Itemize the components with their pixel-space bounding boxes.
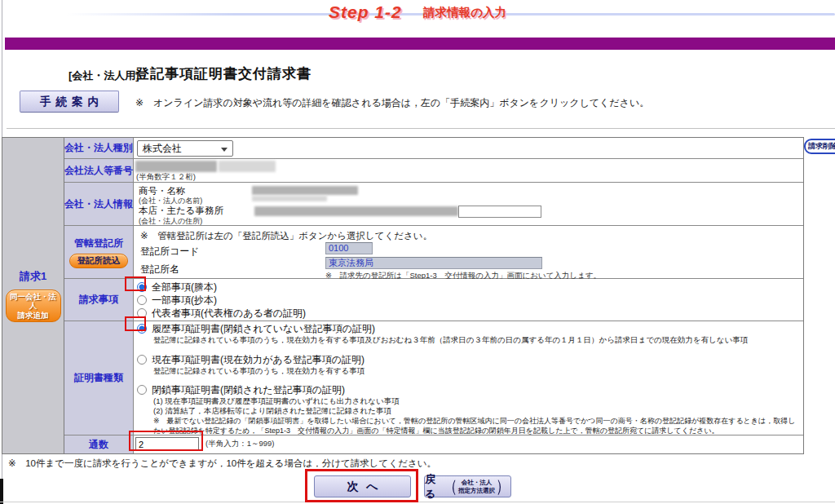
- procedure-guide-button[interactable]: 手続案内: [20, 91, 119, 113]
- registry-name-field[interactable]: 東京法務局: [325, 257, 542, 269]
- request-panel: 請求1 同一会社・法人 請求追加: [2, 138, 64, 453]
- certificate-type-cell: 履歴事項証明書(閉鎖されていない登記事項の証明) 登記簿に記録されている事項のう…: [134, 321, 803, 435]
- form-rows: 会社・法人種別 株式会社 会社法人等番号 (半角数字１２桁): [64, 138, 803, 453]
- row-request-items: 請求事項 全部事項(謄本) 一部事項(抄本) 代表者事項(代表権のある者の証明): [64, 279, 803, 321]
- count-label: 通数: [64, 435, 134, 453]
- radio-button-icon[interactable]: [137, 355, 147, 365]
- page: Step 1-2 請求情報の入力 [会社・法人用] 登記事項証明書交付請求書 手…: [0, 0, 835, 504]
- redacted-trade-name-2: [252, 196, 327, 201]
- page-title: 登記事項証明書交付請求書: [135, 64, 311, 83]
- redacted-company-number-2: [219, 161, 276, 172]
- back-button-target: 会社・法人 指定方法選択: [458, 479, 495, 494]
- radio-representative-matters-text: 代表者事項(代表権のある者の証明): [152, 307, 306, 321]
- company-info-label: 会社・法人情報: [64, 183, 134, 225]
- registry-office-label-cell: 管轄登記所 登記所読込: [64, 226, 134, 278]
- row-company-info: 会社・法人情報 商号・名称 (会社・法人の名前) 本店・主たる事務所 (会社・法…: [64, 183, 803, 226]
- radio-partial-matters[interactable]: 一部事項(抄本): [137, 294, 217, 306]
- add-same-company-request-button[interactable]: 同一会社・法人 請求追加: [6, 290, 61, 322]
- request-form-table: 請求1 同一会社・法人 請求追加 会社・法人種別 株式会社 会社法人等番号: [2, 137, 804, 454]
- add-button-line1: 同一会社・法人: [7, 292, 60, 310]
- back-paren-close: ）: [496, 475, 510, 498]
- radio-history-certificate-text: 履歴事項証明書(閉鎖されていない登記事項の証明): [152, 322, 375, 336]
- request-items-cell: 全部事項(謄本) 一部事項(抄本) 代表者事項(代表権のある者の証明): [134, 279, 803, 321]
- radio-all-matters-text: 全部事項(謄本): [152, 281, 217, 294]
- radio-all-matters[interactable]: 全部事項(謄本): [137, 281, 217, 293]
- registry-name-label: 登記所名: [140, 263, 179, 276]
- row-registry-office: 管轄登記所 登記所読込 ※ 管轄登記所は左の「登記所読込」ボタンから選択してくだ…: [64, 226, 803, 279]
- radio-button-icon[interactable]: [137, 324, 147, 334]
- back-target-line2: 指定方法選択: [458, 487, 495, 494]
- registry-office-label: 管轄登記所: [74, 237, 123, 250]
- row-certificate-type: 証明書種類 履歴事項証明書(閉鎖されていない登記事項の証明) 登記簿に記録されて…: [64, 321, 803, 435]
- redacted-trade-name: [252, 186, 358, 195]
- next-button[interactable]: 次へ: [314, 475, 411, 497]
- company-number-format-note: (半角数字１２桁): [136, 172, 196, 183]
- closed-certificate-note: ※ 最新でない登記記録の「閉鎖事項証明書」を取得したい場合において，管轄の登記所…: [153, 416, 798, 435]
- count-input[interactable]: [135, 437, 199, 451]
- request-items-label: 請求事項: [64, 279, 134, 321]
- company-type-cell: 株式会社: [134, 138, 803, 158]
- radio-current-certificate-text: 現在事項証明書(現在効力がある登記事項の証明): [152, 353, 364, 367]
- window-bottom-edge: [0, 502, 835, 502]
- company-info-cell: 商号・名称 (会社・法人の名前) 本店・主たる事務所 (会社・法人の住所): [134, 183, 803, 225]
- radio-button-icon[interactable]: [137, 385, 147, 395]
- guide-note: ※ オンライン請求の対象や流れ等の詳細を確認される場合は，左の「手続案内」ボタン…: [135, 96, 649, 110]
- radio-button-icon[interactable]: [137, 282, 147, 292]
- row-count: 通数 (半角入力：1～999): [64, 435, 803, 453]
- delete-request-button[interactable]: 請求削除: [804, 139, 835, 154]
- back-button[interactable]: 戻る （ 会社・法人 指定方法選択 ）: [424, 475, 511, 497]
- company-number-cell: (半角数字１２桁): [134, 159, 803, 182]
- registry-code-field[interactable]: 0100: [325, 242, 373, 254]
- radio-closed-certificate-text: 閉鎖事項証明書(閉鎖された登記事項の証明): [152, 383, 345, 397]
- company-type-select[interactable]: 株式会社: [137, 140, 233, 157]
- back-paren-open: （: [444, 475, 457, 498]
- step-header: Step 1-2 請求情報の入力: [0, 0, 835, 38]
- count-cell: (半角入力：1～999): [134, 435, 803, 453]
- radio-current-certificate[interactable]: 現在事項証明書(現在効力がある登記事項の証明): [137, 354, 364, 365]
- redacted-company-number: [135, 161, 217, 172]
- request-limit-note: ※ 10件まで一度に請求を行うことができますが，10件を超える場合は，分けて請求…: [8, 458, 436, 470]
- history-certificate-desc: 登記簿に記録されている事項のうち，現在効力を有する事項及びおおむね３年前（請求日…: [153, 335, 748, 346]
- company-type-selected-value: 株式会社: [143, 143, 182, 154]
- dropdown-arrow-icon: [221, 148, 228, 152]
- section-divider: [7, 128, 835, 129]
- step-heading: Step 1-2 請求情報の入力: [0, 2, 835, 22]
- add-button-line2: 請求追加: [7, 311, 60, 320]
- form-category-label: [会社・法人用]: [68, 69, 139, 83]
- count-format-note: (半角入力：1～999): [205, 439, 274, 449]
- redacted-address: [254, 206, 458, 216]
- back-button-label: 戻る: [425, 472, 443, 502]
- load-registry-office-button[interactable]: 登記所読込: [69, 254, 128, 268]
- radio-button-icon[interactable]: [137, 308, 147, 318]
- radio-history-certificate[interactable]: 履歴事項証明書(閉鎖されていない登記事項の証明): [137, 323, 375, 334]
- back-target-line1: 会社・法人: [462, 479, 493, 486]
- registry-office-select-note: ※ 管轄登記所は左の「登記所読込」ボタンから選択してください。: [140, 230, 432, 242]
- registry-code-label: 登記所コード: [140, 245, 200, 259]
- request-number-label: 請求1: [20, 269, 46, 284]
- radio-partial-matters-text: 一部事項(抄本): [152, 294, 217, 307]
- purple-divider-bar: [5, 38, 835, 50]
- registry-office-cell: ※ 管轄登記所は左の「登記所読込」ボタンから選択してください。 登記所コード 0…: [134, 226, 803, 278]
- step-number: Step 1-2: [329, 2, 402, 22]
- current-certificate-desc: 登記簿に記録されている事項のうち，現在効力を有する事項: [153, 366, 364, 377]
- company-number-label: 会社法人等番号: [64, 159, 134, 182]
- radio-representative-matters[interactable]: 代表者事項(代表権のある者の証明): [137, 307, 306, 319]
- row-company-number: 会社法人等番号 (半角数字１２桁): [64, 159, 803, 183]
- step-name: 請求情報の入力: [423, 5, 506, 20]
- radio-closed-certificate[interactable]: 閉鎖事項証明書(閉鎖された登記事項の証明): [137, 384, 345, 396]
- certificate-type-label: 証明書種類: [64, 321, 134, 435]
- row-company-type: 会社・法人種別 株式会社: [64, 138, 803, 159]
- radio-button-icon[interactable]: [137, 295, 147, 305]
- address-extra-box: [458, 206, 541, 218]
- window-corner: [0, 479, 3, 504]
- head-office-label: 本店・主たる事務所: [139, 205, 223, 217]
- company-type-label: 会社・法人種別: [64, 138, 134, 158]
